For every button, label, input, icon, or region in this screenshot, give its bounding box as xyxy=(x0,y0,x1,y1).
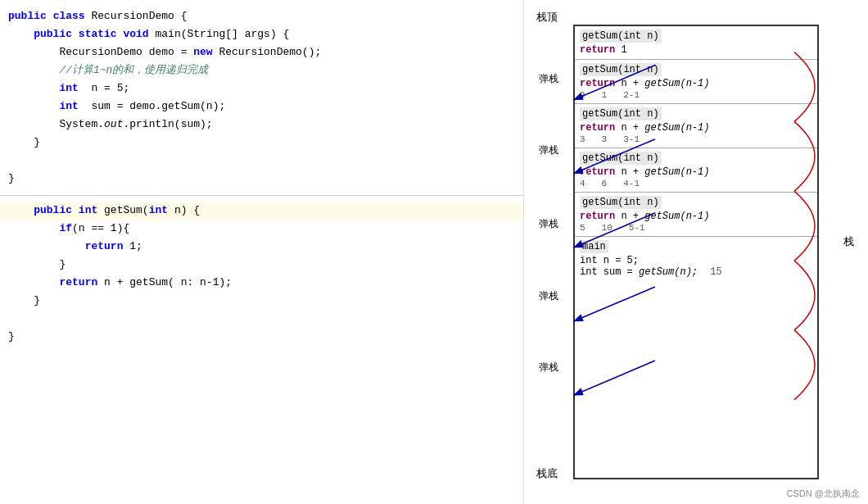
code-line-if: if(n == 1){ xyxy=(0,220,523,238)
frame4-title: getSum(int n) xyxy=(580,152,662,165)
code-line-close-class-2: } xyxy=(0,329,523,347)
pop-label-3: 弹栈 xyxy=(539,217,558,231)
code-line-close-method: } xyxy=(0,293,523,311)
code-line-demo: RecursionDemo demo = new RecursionDemo()… xyxy=(0,44,523,62)
stack-panel: 栈顶 栈底 getSum(int n) return 1 getSum(int … xyxy=(524,0,868,504)
code-line-class: public class RecursionDemo { xyxy=(0,8,523,26)
stack-frame-main: main int n = 5; int sum = getSum(n); 15 xyxy=(575,237,817,478)
stack-container: getSum(int n) return 1 getSum(int n) ret… xyxy=(573,25,819,479)
code-line-println: System.out.println(sum); xyxy=(0,116,523,134)
stack-frame-1: getSum(int n) return 1 xyxy=(575,26,817,60)
code-panel: public class RecursionDemo { public stat… xyxy=(0,0,524,504)
code-line-blank1 xyxy=(0,152,523,170)
code-line-close-class-1: } xyxy=(0,170,523,188)
frame2-title: getSum(int n) xyxy=(580,63,662,76)
frame3-nums: 333-1 xyxy=(580,134,812,144)
stack-frame-2: getSum(int n) return n + getSum(n-1) 212… xyxy=(575,60,817,104)
frame3-content: return n + getSum(n-1) xyxy=(580,122,812,134)
code-line-close-if: } xyxy=(0,257,523,275)
code-line-int-sum: int sum = demo.getSum(n); xyxy=(0,98,523,116)
stack-frame-4: getSum(int n) return n + getSum(n-1) 464… xyxy=(575,148,817,193)
pop-label-4: 弹栈 xyxy=(539,289,558,303)
frame1-title: getSum(int n) xyxy=(580,30,662,43)
code-line-return-n: return n + getSum( n: n-1); xyxy=(0,275,523,293)
divider xyxy=(0,195,523,196)
code-line-blank3 xyxy=(0,311,523,329)
frame4-nums: 464-1 xyxy=(580,179,812,188)
frame5-nums: 5105-1 xyxy=(580,223,812,233)
code-line-main: public static void main(String[] args) { xyxy=(0,26,523,44)
code-line-return1: return 1; xyxy=(0,238,523,257)
code-line-comment: //计算1~n的和，使用递归完成 xyxy=(0,62,523,80)
stack-top-label: 栈顶 xyxy=(536,10,558,25)
code-line-int-n: int n = 5; xyxy=(0,80,523,98)
frame2-content: return n + getSum(n-1) xyxy=(580,78,812,89)
stack-frame-5: getSum(int n) return n + getSum(n-1) 510… xyxy=(575,193,817,237)
frame-main-content: int n = 5; int sum = getSum(n); 15 xyxy=(580,255,812,278)
frame2-nums: 212-1 xyxy=(580,90,812,100)
credit-label: CSDN @北执南念 xyxy=(787,488,860,500)
pop-label-1: 弹栈 xyxy=(539,72,558,86)
pop-label-2: 弹栈 xyxy=(539,143,558,157)
stack-bottom-label: 栈底 xyxy=(536,466,558,481)
frame4-content: return n + getSum(n-1) xyxy=(580,166,812,178)
frame5-content: return n + getSum(n-1) xyxy=(580,211,812,222)
code-line-close1: } xyxy=(0,134,523,152)
pop-label-5: 弹栈 xyxy=(539,361,558,375)
stack-frame-3: getSum(int n) return n + getSum(n-1) 333… xyxy=(575,104,817,148)
frame5-title: getSum(int n) xyxy=(580,196,662,209)
frame3-title: getSum(int n) xyxy=(580,107,662,120)
frame1-content: return 1 xyxy=(580,44,812,56)
frame-main-title: main xyxy=(580,240,608,253)
code-line-getsum-sig: public int getSum(int n) { xyxy=(0,202,523,220)
